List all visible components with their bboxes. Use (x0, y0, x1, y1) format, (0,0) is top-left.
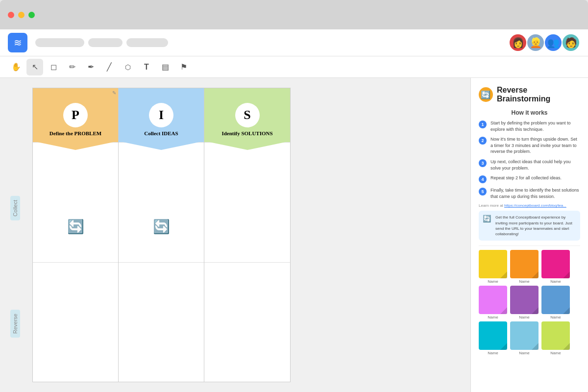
col-header-ideas: I Collect IDEAS (119, 88, 204, 142)
sticky-purple-light[interactable] (479, 286, 507, 314)
stickies-row-3: Name Name Name (479, 321, 580, 355)
problem-title: Define the PROBLEM (49, 130, 101, 136)
tool-pencil[interactable]: ✏ (64, 59, 80, 75)
sticky-purple[interactable] (510, 286, 539, 314)
column-solutions: S Identify SOLUTIONS (204, 88, 290, 382)
step-3: 3 Up next, collect ideas that could help… (479, 159, 580, 171)
edit-icon[interactable]: ✎ (112, 90, 116, 96)
col-header-solutions: S Identify SOLUTIONS (204, 88, 290, 142)
panel-title: Reverse Brainstorming (497, 86, 580, 103)
sidebar-label-collect: Collect (10, 196, 20, 220)
ideas-title: Collect IDEAS (144, 130, 178, 136)
sticky-light-blue-label: Name (510, 351, 539, 355)
divider-1 (479, 245, 580, 246)
tool-sticky[interactable]: ▤ (157, 59, 173, 75)
logo-symbol: ≋ (14, 37, 22, 49)
app-logo[interactable]: ≋ (8, 33, 27, 52)
row-divider-ideas (119, 262, 204, 263)
traffic-light-yellow[interactable] (18, 12, 24, 18)
promo-icon: 🔄 (483, 215, 492, 224)
whiteboard: Collect Reverse P Define the PROBLEM ✎ (0, 78, 470, 392)
sidebar-label-reverse: Reverse (10, 310, 20, 338)
avatar-4[interactable]: 🧑 (562, 33, 580, 52)
traffic-light-red[interactable] (8, 12, 14, 18)
sticky-yellow[interactable] (479, 250, 507, 278)
step-text-5: Finally, take time to identify the best … (490, 187, 580, 199)
sticky-yellow-label: Name (479, 279, 507, 284)
problem-body: 🔄 (33, 142, 118, 382)
canvas-area: Collect Reverse P Define the PROBLEM ✎ (0, 78, 588, 392)
nav-pill-2[interactable] (88, 38, 122, 47)
tool-shape[interactable]: ⬡ (120, 59, 136, 75)
sticky-purple-wrapper: Name (510, 286, 539, 319)
sticky-blue-wrapper: Name (541, 286, 570, 319)
step-2: 2 Now it's time to turn things upside do… (479, 136, 580, 155)
stickies-row-2: Name Name Name (479, 286, 580, 319)
sticky-cyan-wrapper: Name (479, 321, 507, 355)
column-problem: P Define the PROBLEM ✎ 🔄 (33, 88, 119, 382)
tool-select[interactable]: ↖ (26, 59, 43, 75)
step-text-1: Start by defining the problem you want t… (490, 120, 580, 132)
solutions-body (204, 142, 290, 382)
nav-pill-1[interactable] (35, 38, 84, 47)
sticky-light-blue[interactable] (510, 321, 539, 350)
step-num-1: 1 (479, 121, 487, 128)
promo-text: Get the full Conceptboard experience by … (495, 215, 576, 237)
sticky-purple-light-wrapper: Name (479, 286, 507, 319)
tool-line[interactable]: ╱ (101, 59, 118, 75)
avatar-1[interactable]: 👩 (509, 33, 527, 52)
sticky-orange-label: Name (510, 279, 539, 284)
header-right: 👩 👱 👥 🧑 (512, 33, 580, 52)
step-num-2: 2 (479, 137, 487, 145)
nav-pill-3[interactable] (126, 38, 168, 47)
ideas-letter: I (159, 108, 164, 122)
col-header-problem: P Define the PROBLEM ✎ (33, 88, 118, 142)
sticky-pink-wrapper: Name (541, 250, 570, 284)
sticky-purple-light-label: Name (479, 315, 507, 319)
step-5: 5 Finally, take time to identify the bes… (479, 187, 580, 199)
solutions-icon-circle: S (235, 103, 260, 127)
panel-header: 🔄 Reverse Brainstorming (479, 86, 580, 103)
tool-pen[interactable]: ✒ (82, 59, 99, 75)
nav-pills (35, 38, 168, 47)
sticky-blue-label: Name (541, 315, 570, 319)
tool-text[interactable]: T (138, 59, 155, 75)
toolbar: ✋ ↖ ◻ ✏ ✒ ╱ ⬡ T ▤ ⚑ (0, 56, 588, 78)
sticky-lime-wrapper: Name (541, 321, 570, 355)
sticky-pink[interactable] (541, 250, 570, 278)
avatar-2[interactable]: 👱 (526, 33, 545, 52)
learn-more-link[interactable]: https://conceptboard.com/blog/lea... (504, 203, 566, 208)
step-1: 1 Start by defining the problem you want… (479, 120, 580, 132)
step-num-3: 3 (479, 159, 487, 167)
refresh-icon-problem[interactable]: 🔄 (67, 218, 84, 234)
step-text-2: Now it's time to turn things upside down… (490, 136, 580, 155)
step-num-5: 5 (479, 188, 487, 196)
solutions-letter: S (244, 108, 250, 122)
promo-box: 🔄 Get the full Conceptboard experience b… (479, 211, 580, 241)
row-divider-problem (33, 262, 118, 263)
ideas-body: 🔄 (119, 142, 204, 382)
avatar-3[interactable]: 👥 (544, 33, 563, 52)
tool-hand[interactable]: ✋ (8, 59, 24, 75)
solutions-title: Identify SOLUTIONS (221, 130, 272, 136)
sticky-purple-label: Name (510, 315, 539, 319)
step-num-4: 4 (479, 175, 487, 183)
right-panel: 🔄 Reverse Brainstorming How it works 1 S… (470, 78, 588, 392)
sticky-orange[interactable] (510, 250, 539, 278)
step-text-3: Up next, collect ideas that could help y… (490, 159, 580, 171)
sticky-cyan[interactable] (479, 321, 507, 350)
sticky-blue[interactable] (541, 286, 570, 314)
sticky-lime[interactable] (541, 321, 570, 350)
problem-icon-circle: P (63, 103, 88, 127)
sticky-light-blue-wrapper: Name (510, 321, 539, 355)
step-4: 4 Repeat step 2 for all collected ideas. (479, 175, 580, 183)
app-header: ≋ 👩 👱 👥 🧑 (0, 29, 588, 56)
traffic-light-green[interactable] (28, 12, 35, 18)
column-ideas: I Collect IDEAS 🔄 (119, 88, 204, 382)
refresh-icon-ideas[interactable]: 🔄 (153, 218, 170, 234)
sticky-yellow-wrapper: Name (479, 250, 507, 284)
tool-eraser[interactable]: ◻ (45, 59, 62, 75)
problem-letter: P (72, 108, 79, 122)
tool-flag[interactable]: ⚑ (175, 59, 192, 75)
sticky-cyan-label: Name (479, 351, 507, 355)
